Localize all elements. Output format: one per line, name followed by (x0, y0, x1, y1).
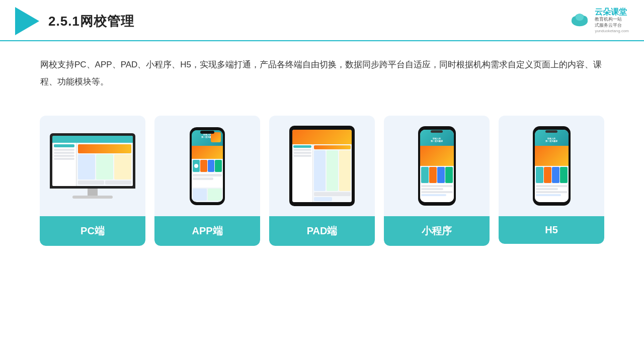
cards-container: PC端 职途人的第一堂兴趣课 (0, 106, 644, 256)
pc-label: PC端 (40, 216, 145, 246)
mini-phone-mockup: 职途人的第一堂兴趣课 (418, 126, 456, 206)
description-text: 网校支持PC、APP、PAD、小程序、H5，实现多端打通，产品各终端自由切换，数… (40, 56, 604, 90)
mini-card: 职途人的第一堂兴趣课 (384, 116, 490, 246)
pad-tablet-mockup (289, 126, 355, 206)
mini-image-area: 职途人的第一堂兴趣课 (384, 116, 490, 216)
top-bar: 2.5.1网校管理 云朵课堂 教育机构一站 式服务云平台 yunduoketan… (0, 0, 644, 41)
pc-image-area (40, 116, 145, 216)
svg-point-4 (576, 14, 584, 21)
pc-card: PC端 (40, 116, 145, 246)
tablet-screen (292, 130, 352, 202)
app-image-area: 职途人的第一堂兴趣课 (154, 116, 260, 216)
phone-screen: 职途人的第一堂兴趣课 (192, 130, 223, 202)
h5-image-area: 职途人的第一堂兴趣课 (499, 116, 604, 216)
brand-logo: 云朵课堂 教育机构一站 式服务云平台 yunduoketang.com (569, 7, 629, 33)
pc-mockup (49, 133, 137, 199)
logo-triangle (15, 7, 39, 35)
h5-phone-notch (545, 130, 557, 133)
pad-label: PAD端 (269, 216, 375, 246)
pad-card: PAD端 (269, 116, 375, 246)
app-phone-mockup: 职途人的第一堂兴趣课 (190, 127, 225, 205)
h5-phone-screen: 职途人的第一堂兴趣课 (535, 130, 569, 202)
app-label: APP端 (154, 216, 260, 246)
pad-image-area (269, 116, 375, 216)
brand-slogan: 教育机构一站 式服务云平台 (595, 17, 629, 28)
page-title: 2.5.1网校管理 (48, 13, 134, 30)
h5-card: 职途人的第一堂兴趣课 (499, 116, 604, 244)
brand-name: 云朵课堂 (595, 7, 629, 17)
brand-icon (569, 11, 591, 29)
h5-phone-mockup: 职途人的第一堂兴趣课 (533, 126, 571, 206)
h5-label: H5 (499, 216, 604, 244)
mini-phone-notch (431, 130, 443, 133)
description: 网校支持PC、APP、PAD、小程序、H5，实现多端打通，产品各终端自由切换，数… (0, 41, 644, 101)
brand-text: 云朵课堂 教育机构一站 式服务云平台 yunduoketang.com (595, 7, 629, 33)
mini-phone-screen: 职途人的第一堂兴趣课 (420, 130, 454, 202)
brand-sub: yunduoketang.com (595, 29, 629, 33)
mini-label: 小程序 (384, 216, 490, 246)
phone-notch (200, 131, 214, 134)
app-card: 职途人的第一堂兴趣课 (154, 116, 260, 246)
